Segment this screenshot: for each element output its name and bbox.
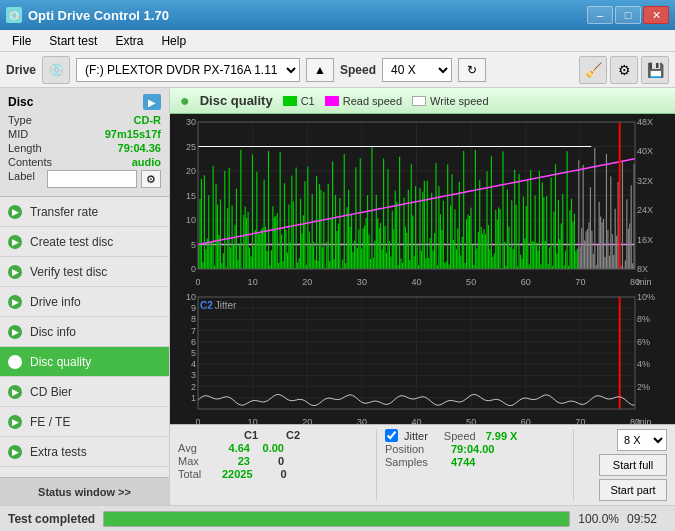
c1-chart	[170, 114, 675, 289]
title-bar-left: 💿 Opti Drive Control 1.70	[6, 7, 169, 23]
nav-icon-drive-info: ▶	[8, 295, 22, 309]
save-icon[interactable]: 💾	[641, 56, 669, 84]
disc-label-label: Label	[8, 170, 35, 188]
footer-time: 09:52	[627, 512, 667, 526]
sidebar: Disc ▶ Type CD-R MID 97m15s17f Length 79…	[0, 88, 170, 505]
sidebar-item-drive-info[interactable]: ▶ Drive info	[0, 287, 169, 317]
menu-help[interactable]: Help	[153, 32, 194, 50]
sidebar-item-cd-bier[interactable]: ▶ CD Bier	[0, 377, 169, 407]
sidebar-item-fe-te[interactable]: ▶ FE / TE	[0, 407, 169, 437]
title-bar-controls: – □ ✕	[587, 6, 669, 24]
action-area: 8 X Start full Start part	[599, 429, 667, 501]
stats-max-c2: 0	[256, 455, 284, 467]
sidebar-nav: ▶ Transfer rate ▶ Create test disc ▶ Ver…	[0, 197, 169, 477]
footer-status-text: Test completed	[8, 512, 95, 526]
disc-label-input[interactable]	[47, 170, 137, 188]
stats-max-c1: 23	[222, 455, 250, 467]
disc-label-row: Label ⚙	[8, 170, 161, 188]
legend-read: Read speed	[325, 95, 402, 107]
title-bar: 💿 Opti Drive Control 1.70 – □ ✕	[0, 0, 675, 30]
samples-label: Samples	[385, 456, 445, 468]
content-area: ● Disc quality C1 Read speed Write speed	[170, 88, 675, 505]
eject-button[interactable]: ▲	[306, 58, 334, 82]
menu-extra[interactable]: Extra	[107, 32, 151, 50]
disc-type-value: CD-R	[134, 114, 162, 126]
stats-divider-1	[376, 429, 377, 501]
stats-avg-c1: 4.64	[222, 442, 250, 454]
disc-arrow-button[interactable]: ▶	[143, 94, 161, 110]
legend-write-label: Write speed	[430, 95, 489, 107]
legend-write-box	[412, 96, 426, 106]
maximize-button[interactable]: □	[615, 6, 641, 24]
menu-file[interactable]: File	[4, 32, 39, 50]
nav-icon-extra-tests: ▶	[8, 445, 22, 459]
nav-label-transfer-rate: Transfer rate	[30, 205, 98, 219]
sidebar-item-create-test-disc[interactable]: ▶ Create test disc	[0, 227, 169, 257]
legend-read-label: Read speed	[343, 95, 402, 107]
speed-select[interactable]: 40 X	[382, 58, 452, 82]
chart-header-icon: ●	[180, 92, 190, 110]
stats-area: C1 C2 Avg 4.64 0.00 Max 23 0 Total 22025…	[170, 424, 675, 505]
progress-percentage: 100.0%	[578, 512, 619, 526]
speed-label: Speed	[340, 63, 376, 77]
progress-bar-fill	[104, 512, 569, 526]
start-full-button[interactable]: Start full	[599, 454, 667, 476]
nav-label-fe-te: FE / TE	[30, 415, 70, 429]
stats-col-c1: C1	[222, 429, 258, 441]
legend-c1-box	[283, 96, 297, 106]
drive-bar: Drive 💿 (F:) PLEXTOR DVDR PX-716A 1.11 ▲…	[0, 52, 675, 88]
minimize-button[interactable]: –	[587, 6, 613, 24]
speed-test-dropdown[interactable]: 8 X	[617, 429, 667, 451]
nav-label-drive-info: Drive info	[30, 295, 81, 309]
stats-right: Jitter Speed 7.99 X Position 79:04.00 Sa…	[385, 429, 565, 468]
samples-value: 4744	[451, 456, 475, 468]
config-icon[interactable]: ⚙	[610, 56, 638, 84]
nav-label-extra-tests: Extra tests	[30, 445, 87, 459]
label-icon-button[interactable]: ⚙	[141, 170, 161, 188]
eraser-icon[interactable]: 🧹	[579, 56, 607, 84]
stats-position-row: Position 79:04.00	[385, 443, 565, 455]
disc-type-row: Type CD-R	[8, 114, 161, 126]
nav-icon-fe-te: ▶	[8, 415, 22, 429]
nav-label-disc-quality: Disc quality	[30, 355, 91, 369]
nav-icon-disc-quality: ▶	[8, 355, 22, 369]
legend-write: Write speed	[412, 95, 489, 107]
jitter-checkbox[interactable]	[385, 429, 398, 442]
disc-contents-label: Contents	[8, 156, 52, 168]
stats-total-c2: 0	[259, 468, 287, 480]
sidebar-item-extra-tests[interactable]: ▶ Extra tests	[0, 437, 169, 467]
menu-start-test[interactable]: Start test	[41, 32, 105, 50]
status-window-button[interactable]: Status window >>	[0, 477, 169, 505]
sidebar-item-verify-test-disc[interactable]: ▶ Verify test disc	[0, 257, 169, 287]
sidebar-item-transfer-rate[interactable]: ▶ Transfer rate	[0, 197, 169, 227]
refresh-button[interactable]: ↻	[458, 58, 486, 82]
charts-wrapper	[170, 114, 675, 424]
disc-contents-value: audio	[132, 156, 161, 168]
stats-max-label: Max	[178, 455, 216, 467]
sidebar-item-disc-quality[interactable]: ▶ Disc quality	[0, 347, 169, 377]
nav-icon-cd-bier: ▶	[8, 385, 22, 399]
footer-bar: Test completed 100.0% 09:52	[0, 505, 675, 531]
position-label: Position	[385, 443, 445, 455]
nav-icon-create-test-disc: ▶	[8, 235, 22, 249]
stats-header-row: C1 C2	[178, 429, 368, 441]
app-icon: 💿	[6, 7, 22, 23]
stats-divider-2	[573, 429, 574, 501]
disc-mid-value: 97m15s17f	[105, 128, 161, 140]
nav-label-verify-test-disc: Verify test disc	[30, 265, 107, 279]
disc-contents-row: Contents audio	[8, 156, 161, 168]
nav-icon-transfer-rate: ▶	[8, 205, 22, 219]
speed-stat-value: 7.99 X	[486, 430, 518, 442]
start-part-button[interactable]: Start part	[599, 479, 667, 501]
disc-length-row: Length 79:04.36	[8, 142, 161, 154]
drive-select[interactable]: (F:) PLEXTOR DVDR PX-716A 1.11	[76, 58, 300, 82]
drive-label: Drive	[6, 63, 36, 77]
stats-max-row: Max 23 0	[178, 455, 368, 467]
speed-stat-label: Speed	[444, 430, 476, 442]
nav-icon-verify-test-disc: ▶	[8, 265, 22, 279]
sidebar-item-disc-info[interactable]: ▶ Disc info	[0, 317, 169, 347]
close-button[interactable]: ✕	[643, 6, 669, 24]
nav-icon-disc-info: ▶	[8, 325, 22, 339]
legend-c1: C1	[283, 95, 315, 107]
menu-bar: File Start test Extra Help	[0, 30, 675, 52]
